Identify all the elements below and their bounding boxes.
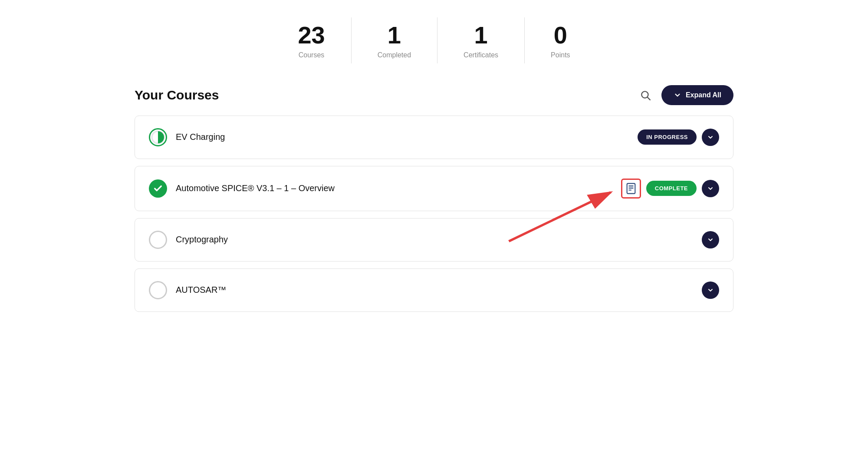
expand-all-button[interactable]: Expand All <box>661 85 733 105</box>
course-name: Automotive SPICE® V3.1 – 1 – Overview <box>176 183 335 193</box>
status-icon-completed <box>149 179 167 198</box>
document-icon <box>625 182 637 195</box>
courses-header: Your Courses Expand All <box>135 85 733 105</box>
chevron-down-icon <box>707 134 714 141</box>
page-wrapper: 23 Courses 1 Completed 1 Certificates 0 … <box>108 0 760 329</box>
stat-points: 0 Points <box>525 17 596 63</box>
course-left: AUTOSAR™ <box>149 281 226 299</box>
stats-row: 23 Courses 1 Completed 1 Certificates 0 … <box>135 17 733 63</box>
course-name: EV Charging <box>176 132 225 142</box>
chevron-down-icon <box>707 236 714 243</box>
points-label: Points <box>551 51 570 59</box>
svg-rect-3 <box>627 183 635 193</box>
certificate-icon-button[interactable] <box>621 179 641 199</box>
course-right <box>702 281 719 299</box>
stat-completed: 1 Completed <box>352 17 437 63</box>
status-badge-complete: COMPLETE <box>646 181 697 196</box>
course-left: Automotive SPICE® V3.1 – 1 – Overview <box>149 179 335 198</box>
expand-course-button[interactable] <box>702 180 719 197</box>
course-right: IN PROGRESS <box>638 129 719 146</box>
course-left: EV Charging <box>149 128 225 146</box>
chevron-down-icon <box>707 287 714 294</box>
expand-course-button[interactable] <box>702 231 719 248</box>
status-icon-not-started <box>149 231 167 249</box>
expand-course-button[interactable] <box>702 129 719 146</box>
header-actions: Expand All <box>636 85 733 105</box>
course-item-automotive: Automotive SPICE® V3.1 – 1 – Overview CO… <box>135 166 733 211</box>
expand-course-button[interactable] <box>702 281 719 299</box>
course-name: Cryptography <box>176 235 228 245</box>
status-icon-in-progress <box>149 128 167 146</box>
status-badge-in-progress: IN PROGRESS <box>638 129 697 145</box>
page-title: Your Courses <box>135 88 219 103</box>
certificates-label: Certificates <box>464 51 498 59</box>
stat-certificates: 1 Certificates <box>437 17 525 63</box>
status-icon-not-started <box>149 281 167 299</box>
stat-courses: 23 Courses <box>272 17 351 63</box>
expand-all-label: Expand All <box>686 91 721 99</box>
progress-arc-icon <box>150 129 166 145</box>
certificates-number: 1 <box>474 22 488 49</box>
courses-number: 23 <box>298 22 325 49</box>
course-item-wrapper-automotive: Automotive SPICE® V3.1 – 1 – Overview CO… <box>135 166 733 211</box>
course-name: AUTOSAR™ <box>176 285 226 295</box>
completed-label: Completed <box>378 51 411 59</box>
search-button[interactable] <box>636 86 654 104</box>
course-item-cryptography: Cryptography <box>135 218 733 262</box>
checkmark-icon <box>153 184 163 193</box>
svg-line-1 <box>648 97 650 99</box>
chevron-down-icon <box>674 91 681 99</box>
course-right <box>702 231 719 248</box>
points-number: 0 <box>554 22 567 49</box>
chevron-down-icon <box>707 185 714 192</box>
course-right: COMPLETE <box>621 179 719 199</box>
course-item-ev-charging: EV Charging IN PROGRESS <box>135 116 733 159</box>
courses-label: Courses <box>299 51 325 59</box>
course-left: Cryptography <box>149 231 228 249</box>
search-icon <box>640 89 651 101</box>
course-item-autosar: AUTOSAR™ <box>135 268 733 312</box>
course-list: EV Charging IN PROGRESS <box>135 116 733 312</box>
completed-number: 1 <box>388 22 401 49</box>
